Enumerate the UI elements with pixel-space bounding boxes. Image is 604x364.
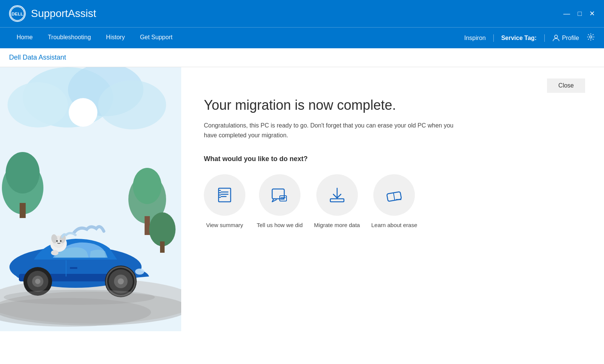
- device-name: Inspiron: [464, 35, 486, 41]
- content-side: Close Your migration is now complete. Co…: [181, 67, 604, 363]
- migrate-more-label: Migrate more data: [314, 222, 360, 228]
- migrate-more-button[interactable]: Migrate more data: [314, 174, 360, 228]
- svg-point-2: [555, 35, 558, 38]
- nav-divider-2: [544, 34, 545, 42]
- nav-get-support[interactable]: Get Support: [133, 28, 180, 49]
- service-tag-text: Service Tag:: [501, 35, 537, 41]
- migrate-more-circle: [316, 174, 358, 216]
- profile-label: Profile: [562, 35, 579, 41]
- svg-point-7: [8, 82, 68, 127]
- svg-point-40: [56, 240, 58, 242]
- window-controls: — □ ✕: [563, 10, 595, 17]
- learn-erase-label: Learn about erase: [371, 222, 417, 228]
- eraser-icon: [384, 185, 404, 205]
- service-tag-label: Service Tag:: [501, 35, 537, 41]
- titlebar: DELL SupportAssist — □ ✕: [0, 0, 604, 27]
- main-content: Close Your migration is now complete. Co…: [0, 67, 604, 363]
- dell-logo: DELL: [9, 5, 26, 22]
- tell-us-circle: [259, 174, 300, 216]
- illustration-svg: [0, 67, 181, 331]
- learn-erase-button[interactable]: Learn about erase: [371, 174, 417, 228]
- nav-troubleshooting[interactable]: Troubleshooting: [40, 28, 99, 49]
- next-label: What would you like to do next?: [204, 155, 581, 163]
- nav-left: Home Troubleshooting History Get Support: [9, 28, 464, 49]
- illustration-side: [0, 67, 181, 363]
- migration-title: Your migration is now complete.: [204, 97, 581, 113]
- svg-point-3: [590, 36, 592, 38]
- svg-point-34: [35, 279, 40, 284]
- feedback-icon: [270, 185, 290, 205]
- settings-icon[interactable]: [587, 33, 595, 43]
- close-button[interactable]: Close: [547, 78, 585, 93]
- close-window-button[interactable]: ✕: [589, 10, 595, 17]
- svg-rect-56: [330, 199, 344, 202]
- sub-header-title: Dell Data Assistant: [9, 54, 66, 61]
- navbar: Home Troubleshooting History Get Support…: [0, 27, 604, 48]
- nav-history[interactable]: History: [99, 28, 133, 49]
- download-icon: [327, 185, 347, 205]
- maximize-button[interactable]: □: [578, 10, 582, 17]
- profile-icon: [552, 34, 560, 42]
- nav-divider: [493, 34, 494, 42]
- nav-right: Inspiron Service Tag: Profile: [464, 33, 595, 43]
- svg-point-17: [149, 212, 176, 246]
- svg-point-8: [98, 80, 166, 129]
- svg-point-41: [60, 240, 62, 242]
- svg-text:DELL: DELL: [12, 11, 23, 17]
- svg-rect-25: [70, 267, 77, 269]
- svg-point-12: [6, 152, 40, 194]
- sub-header: Dell Data Assistant: [0, 48, 604, 67]
- svg-rect-16: [145, 216, 150, 235]
- svg-point-43: [4, 290, 155, 305]
- svg-line-59: [394, 193, 395, 200]
- svg-point-15: [133, 168, 162, 204]
- learn-erase-circle: [373, 174, 415, 216]
- app-title: SupportAssist: [31, 8, 563, 20]
- profile-button[interactable]: Profile: [552, 34, 579, 42]
- migration-description: Congratulations, this PC is ready to go.…: [204, 121, 461, 140]
- nav-home[interactable]: Home: [9, 28, 40, 49]
- view-summary-circle: [204, 174, 245, 216]
- minimize-button[interactable]: —: [563, 10, 570, 17]
- svg-point-29: [118, 278, 124, 284]
- svg-point-42: [51, 250, 59, 255]
- view-summary-button[interactable]: View summary: [204, 174, 245, 228]
- svg-rect-18: [160, 241, 165, 253]
- svg-rect-52: [272, 189, 284, 199]
- list-icon: [215, 185, 234, 205]
- tell-us-button[interactable]: Tell us how we did: [257, 174, 303, 228]
- svg-rect-13: [20, 203, 26, 218]
- svg-point-10: [69, 98, 97, 127]
- view-summary-label: View summary: [206, 222, 243, 228]
- action-buttons: View summary Tell us how we did: [204, 174, 581, 228]
- tell-us-label: Tell us how we did: [257, 222, 303, 228]
- svg-point-35: [135, 269, 144, 275]
